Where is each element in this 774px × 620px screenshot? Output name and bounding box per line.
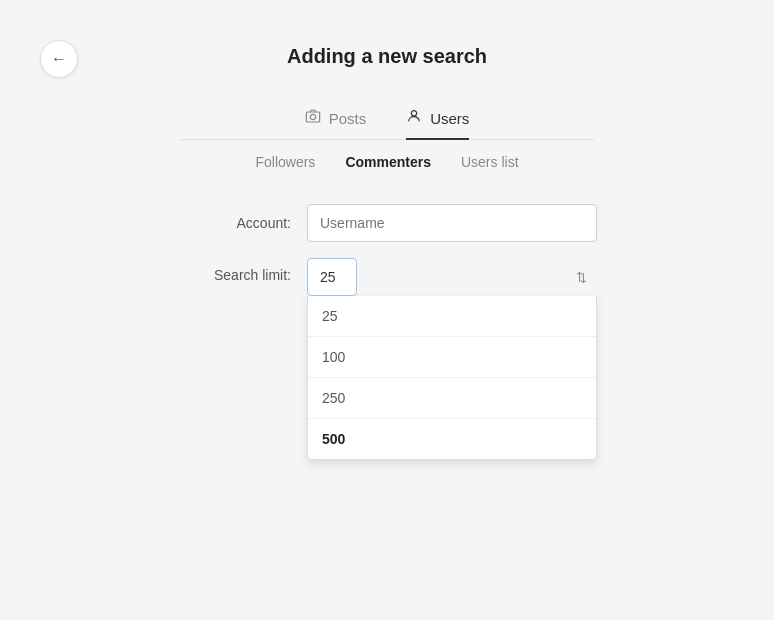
main-tabs: Posts Users bbox=[180, 108, 594, 140]
back-button[interactable]: ← bbox=[40, 40, 78, 78]
dropdown-item-100[interactable]: 100 bbox=[308, 337, 596, 378]
svg-point-2 bbox=[412, 111, 417, 116]
svg-rect-0 bbox=[306, 112, 319, 122]
sub-tab-commenters[interactable]: Commenters bbox=[345, 154, 431, 174]
tab-users[interactable]: Users bbox=[406, 108, 469, 140]
camera-icon bbox=[305, 108, 321, 128]
chevron-icon: ⇅ bbox=[576, 270, 587, 285]
back-icon: ← bbox=[51, 50, 67, 68]
search-limit-select[interactable]: 25 100 250 500 bbox=[307, 258, 357, 296]
account-row: Account: bbox=[177, 204, 597, 242]
dropdown-item-25[interactable]: 25 bbox=[308, 296, 596, 337]
sub-tab-users-list[interactable]: Users list bbox=[461, 154, 519, 174]
sub-tabs: Followers Commenters Users list bbox=[0, 154, 774, 174]
form-area: Account: Search limit: 25 100 250 500 ⇅ … bbox=[0, 204, 774, 312]
account-input[interactable] bbox=[307, 204, 597, 242]
tab-posts[interactable]: Posts bbox=[305, 108, 367, 140]
tab-users-label: Users bbox=[430, 110, 469, 127]
search-limit-row: Search limit: 25 100 250 500 ⇅ 25 100 25… bbox=[177, 258, 597, 296]
dropdown-item-500[interactable]: 500 bbox=[308, 419, 596, 459]
page-title: Adding a new search bbox=[0, 0, 774, 68]
user-icon bbox=[406, 108, 422, 128]
dropdown-item-250[interactable]: 250 bbox=[308, 378, 596, 419]
dropdown-menu: 25 100 250 500 bbox=[307, 296, 597, 460]
svg-point-1 bbox=[310, 114, 315, 119]
sub-tab-followers[interactable]: Followers bbox=[255, 154, 315, 174]
search-limit-select-wrapper: 25 100 250 500 ⇅ 25 100 250 500 bbox=[307, 258, 597, 296]
search-limit-label: Search limit: bbox=[177, 258, 307, 283]
tab-posts-label: Posts bbox=[329, 110, 367, 127]
account-label: Account: bbox=[177, 215, 307, 231]
